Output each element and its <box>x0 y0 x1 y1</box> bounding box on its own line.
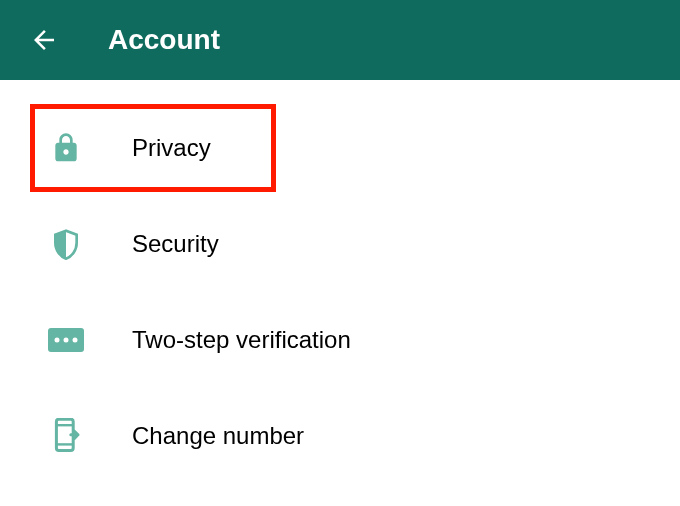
lock-icon <box>48 130 84 166</box>
svg-point-3 <box>73 338 78 343</box>
password-dots-icon <box>48 322 84 358</box>
svg-point-1 <box>55 338 60 343</box>
menu-item-security[interactable]: Security <box>0 196 680 292</box>
shield-icon <box>48 226 84 262</box>
svg-rect-5 <box>56 424 73 426</box>
page-title: Account <box>108 24 220 56</box>
menu-item-label: Privacy <box>132 134 211 162</box>
menu-item-label: Security <box>132 230 219 258</box>
menu-item-label: Change number <box>132 422 304 450</box>
back-arrow-icon <box>29 25 59 55</box>
app-header: Account <box>0 0 680 80</box>
menu-item-privacy[interactable]: Privacy <box>0 100 680 196</box>
menu-item-change-number[interactable]: Change number <box>0 388 680 484</box>
account-menu-list: Privacy Security Two-step verification <box>0 80 680 504</box>
menu-item-two-step-verification[interactable]: Two-step verification <box>0 292 680 388</box>
svg-point-2 <box>64 338 69 343</box>
phone-swap-icon <box>48 418 84 454</box>
menu-item-label: Two-step verification <box>132 326 351 354</box>
svg-rect-6 <box>56 443 73 445</box>
back-button[interactable] <box>28 24 60 56</box>
